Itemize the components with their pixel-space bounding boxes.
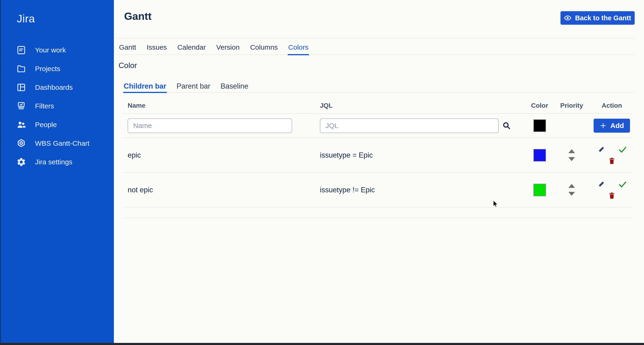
sidebar-item-label: People bbox=[35, 121, 57, 129]
filters-icon bbox=[16, 101, 26, 111]
priority-stepper bbox=[568, 149, 575, 161]
eye-icon bbox=[564, 14, 572, 22]
sidebar-item-jira-settings[interactable]: Jira settings bbox=[0, 153, 114, 171]
column-header-color: Color bbox=[531, 102, 548, 109]
column-header-action: Action bbox=[602, 102, 622, 109]
sidebar-item-filters[interactable]: Filters bbox=[0, 97, 114, 115]
sidebar: Jira Your work Projects bbox=[0, 0, 114, 345]
dashboards-icon bbox=[16, 82, 26, 92]
row-actions bbox=[596, 145, 627, 166]
people-icon bbox=[16, 120, 26, 130]
tab-version[interactable]: Version bbox=[216, 43, 240, 55]
rule-name: not epic bbox=[128, 186, 320, 194]
table-row: not epic issuetype != Epic bbox=[123, 173, 633, 207]
header-divider bbox=[115, 38, 635, 38]
check-icon bbox=[618, 145, 627, 154]
sidebar-item-your-work[interactable]: Your work bbox=[0, 41, 114, 59]
edit-button[interactable] bbox=[596, 145, 606, 154]
priority-up-icon[interactable] bbox=[568, 149, 575, 153]
trash-icon bbox=[608, 192, 616, 200]
priority-up-icon[interactable] bbox=[568, 184, 575, 188]
rule-jql: issuetype != Epic bbox=[320, 186, 526, 194]
add-button-label: Add bbox=[610, 122, 624, 130]
jql-input[interactable] bbox=[320, 118, 499, 133]
sidebar-item-label: WBS Gantt-Chart bbox=[35, 139, 89, 147]
new-rule-color-swatch[interactable] bbox=[534, 119, 546, 132]
sidebar-nav: Your work Projects Dashboards bbox=[0, 41, 114, 171]
projects-icon bbox=[16, 64, 26, 74]
rule-jql: issuetype = Epic bbox=[320, 151, 526, 159]
rule-color-swatch[interactable] bbox=[534, 149, 546, 162]
window-bottom-edge bbox=[0, 343, 644, 345]
add-rule-row: Add bbox=[123, 114, 633, 138]
gear-icon bbox=[16, 157, 26, 167]
confirm-button[interactable] bbox=[618, 180, 627, 189]
delete-button[interactable] bbox=[607, 191, 616, 200]
sidebar-item-label: Dashboards bbox=[35, 83, 73, 91]
row-actions bbox=[596, 180, 627, 200]
sidebar-item-label: Filters bbox=[35, 102, 54, 110]
sidebar-item-wbs-gantt-chart[interactable]: WBS Gantt-Chart bbox=[0, 134, 114, 153]
page-title: Gantt bbox=[124, 10, 152, 22]
edit-button[interactable] bbox=[596, 180, 606, 189]
tab-gantt[interactable]: Gantt bbox=[118, 43, 136, 55]
check-icon bbox=[618, 180, 627, 189]
table-row: epic issuetype = Epic bbox=[123, 138, 633, 173]
delete-button[interactable] bbox=[607, 156, 616, 166]
pencil-icon bbox=[597, 180, 606, 189]
table-footer-divider bbox=[123, 207, 633, 218]
sidebar-item-label: Your work bbox=[35, 46, 66, 54]
name-input[interactable] bbox=[128, 118, 292, 133]
plus-icon bbox=[600, 122, 607, 129]
your-work-icon bbox=[16, 45, 26, 55]
jira-logo[interactable]: Jira bbox=[17, 12, 35, 25]
column-header-priority: Priority bbox=[560, 102, 583, 109]
sidebar-item-projects[interactable]: Projects bbox=[0, 59, 114, 78]
pencil-icon bbox=[597, 145, 606, 154]
sidebar-item-label: Jira settings bbox=[35, 158, 72, 166]
back-to-gantt-button[interactable]: Back to the Gantt bbox=[560, 11, 635, 25]
color-subtabs: Children bar Parent bar Baseline bbox=[123, 82, 635, 93]
jql-search-button[interactable] bbox=[502, 120, 512, 131]
column-header-name: Name bbox=[128, 102, 320, 109]
confirm-button[interactable] bbox=[618, 145, 627, 154]
column-header-jql: JQL bbox=[320, 102, 526, 109]
priority-down-icon[interactable] bbox=[568, 192, 575, 196]
trash-icon bbox=[608, 157, 616, 165]
add-button[interactable]: Add bbox=[594, 119, 630, 133]
sidebar-item-label: Projects bbox=[35, 65, 60, 73]
rule-color-swatch[interactable] bbox=[534, 184, 546, 196]
search-icon bbox=[502, 121, 511, 130]
rule-name: epic bbox=[128, 151, 320, 159]
tab-columns[interactable]: Columns bbox=[250, 43, 278, 55]
priority-stepper bbox=[568, 184, 575, 196]
wbs-gantt-chart-icon bbox=[16, 138, 26, 148]
subtab-children-bar[interactable]: Children bar bbox=[123, 82, 167, 93]
color-section-heading: Color bbox=[118, 61, 137, 70]
subtab-baseline[interactable]: Baseline bbox=[220, 82, 249, 93]
sidebar-item-dashboards[interactable]: Dashboards bbox=[0, 78, 114, 97]
back-button-label: Back to the Gantt bbox=[575, 14, 631, 22]
color-rules-table: Name JQL Color Priority Action bbox=[123, 98, 633, 218]
tab-issues[interactable]: Issues bbox=[146, 43, 167, 55]
tab-colors[interactable]: Colors bbox=[288, 43, 309, 55]
tab-calendar[interactable]: Calendar bbox=[177, 43, 206, 55]
main-tabs: Gantt Issues Calendar Version Columns Co… bbox=[118, 43, 635, 55]
table-header-row: Name JQL Color Priority Action bbox=[123, 98, 633, 114]
subtab-parent-bar[interactable]: Parent bar bbox=[176, 82, 211, 93]
priority-down-icon[interactable] bbox=[568, 157, 575, 161]
sidebar-item-people[interactable]: People bbox=[0, 115, 114, 134]
